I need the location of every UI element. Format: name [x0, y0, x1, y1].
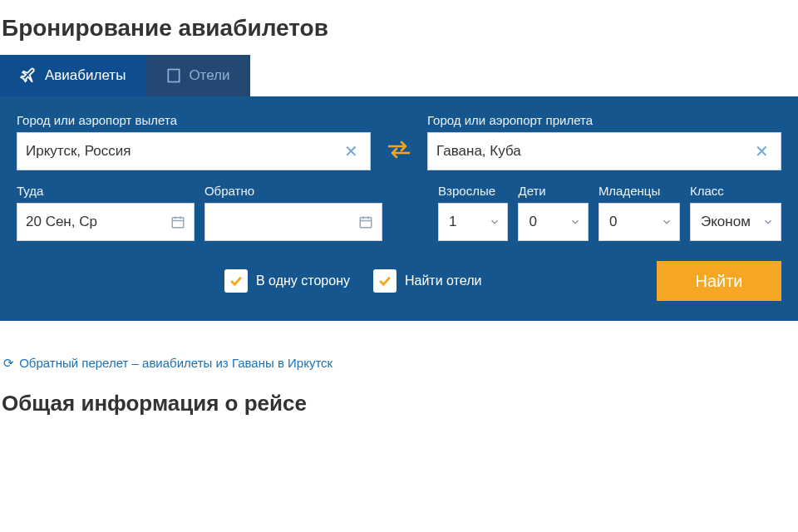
depart-input[interactable]	[26, 214, 170, 230]
svg-rect-11	[360, 218, 372, 228]
to-input[interactable]	[436, 143, 751, 160]
tab-hotels[interactable]: Отели	[145, 55, 249, 96]
svg-rect-7	[172, 218, 184, 228]
calendar-icon	[170, 214, 185, 229]
page-title: Бронирование авиабилетов	[0, 0, 798, 55]
find-hotels-label: Найти отели	[405, 273, 481, 288]
calendar-icon	[358, 214, 373, 229]
tab-flights[interactable]: Авиабилеты	[0, 55, 145, 96]
clear-from-icon[interactable]: ✕	[341, 143, 362, 160]
chevron-down-icon	[489, 216, 500, 228]
depart-input-wrap[interactable]	[17, 203, 195, 241]
class-value: Эконом	[701, 214, 751, 230]
infants-select[interactable]: 0	[598, 203, 680, 241]
adults-value: 1	[449, 214, 456, 230]
search-button[interactable]: Найти	[657, 261, 781, 301]
children-select[interactable]: 0	[518, 203, 588, 241]
tab-hotels-label: Отели	[189, 67, 229, 84]
swap-icon	[386, 140, 412, 163]
from-input-wrap: ✕	[17, 132, 371, 170]
one-way-label: В одну сторону	[256, 273, 350, 288]
depart-label: Туда	[17, 184, 195, 198]
checkbox-box	[373, 269, 397, 293]
adults-label: Взрослые	[438, 184, 508, 198]
return-flight-link[interactable]: Обратный перелет – авиабилеты из Гаваны …	[0, 321, 798, 377]
clear-to-icon[interactable]: ✕	[751, 143, 772, 160]
flight-info-title: Общая информация о рейсе	[0, 377, 798, 416]
infants-value: 0	[609, 214, 617, 230]
return-input-wrap[interactable]	[204, 203, 382, 241]
chevron-down-icon	[569, 216, 581, 228]
plane-icon	[20, 66, 38, 85]
return-input[interactable]	[214, 214, 358, 230]
building-icon	[165, 67, 182, 84]
check-icon	[377, 273, 393, 289]
from-label: Город или аэропорт вылета	[17, 113, 371, 127]
svg-rect-0	[169, 70, 180, 82]
children-label: Дети	[518, 184, 588, 198]
children-value: 0	[529, 214, 536, 230]
adults-select[interactable]: 1	[438, 203, 508, 241]
one-way-checkbox[interactable]: В одну сторону	[224, 269, 350, 293]
search-panel: Город или аэропорт вылета ✕ Город или аэ…	[0, 96, 798, 321]
class-select[interactable]: Эконом	[690, 203, 781, 241]
checkbox-box	[224, 269, 248, 293]
to-input-wrap: ✕	[427, 132, 781, 170]
infants-label: Младенцы	[598, 184, 680, 198]
find-hotels-checkbox[interactable]: Найти отели	[373, 269, 481, 293]
from-input[interactable]	[26, 143, 341, 160]
return-label: Обратно	[204, 184, 382, 198]
tab-flights-label: Авиабилеты	[45, 67, 126, 84]
chevron-down-icon	[661, 216, 672, 228]
to-label: Город или аэропорт прилета	[427, 113, 781, 127]
tabs: Авиабилеты Отели	[0, 55, 798, 96]
swap-button[interactable]	[381, 132, 417, 170]
class-label: Класс	[690, 184, 781, 198]
check-icon	[228, 273, 244, 289]
chevron-down-icon	[762, 216, 774, 228]
